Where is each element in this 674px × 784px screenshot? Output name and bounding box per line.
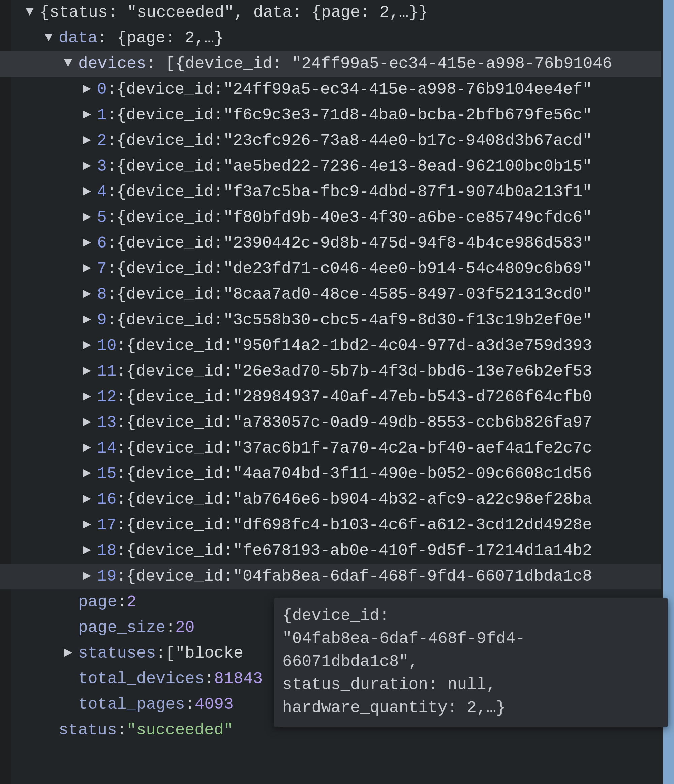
tree-row-device-item[interactable]: ▶12: {device_id: "28984937-40af-47eb-b54…	[0, 384, 660, 410]
array-index: 9	[97, 308, 107, 333]
device-item-summary: {device_id:	[126, 564, 233, 590]
device-id-value: "f3a7c5ba-fbc9-4dbd-87f1-9074b0a213f1"	[223, 179, 592, 205]
array-index: 15	[97, 461, 116, 487]
device-id-value: "04fab8ea-6daf-468f-9fd4-66071dbda1c8	[233, 564, 592, 590]
key-data: data	[59, 26, 97, 51]
chevron-right-icon[interactable]: ▶	[80, 129, 94, 151]
array-index: 4	[97, 179, 107, 205]
chevron-right-icon[interactable]: ▶	[80, 411, 94, 432]
device-id-value: "8caa7ad0-48ce-4585-8497-03f521313cd0"	[223, 282, 592, 308]
chevron-down-icon[interactable]: ▼	[23, 2, 36, 23]
device-item-summary: {device_id:	[126, 487, 233, 513]
value-page: 2	[127, 590, 137, 615]
chevron-right-icon[interactable]: ▶	[80, 334, 94, 356]
device-id-value: "3c558b30-cbc5-4af9-8d30-f13c19b2ef0e"	[223, 308, 592, 333]
chevron-right-icon[interactable]: ▶	[80, 360, 94, 381]
array-index: 11	[97, 359, 116, 384]
tree-row-device-item[interactable]: ▶14: {device_id: "37ac6b1f-7a70-4c2a-bf4…	[0, 436, 660, 461]
tooltip-line: {device_id:	[283, 604, 659, 627]
chevron-down-icon[interactable]: ▼	[42, 27, 55, 48]
device-item-summary: {device_id:	[116, 103, 224, 128]
tree-row-device-item[interactable]: ▶5: {device_id: "f80bfd9b-40e3-4f30-a6be…	[0, 205, 660, 231]
device-id-value: "a783057c-0ad9-49db-8553-ccb6b826fa97	[233, 410, 592, 436]
tree-row-device-item[interactable]: ▶15: {device_id: "4aa704bd-3f11-490e-b05…	[0, 461, 660, 487]
array-index: 2	[97, 128, 107, 154]
value-status: "succeeded"	[127, 717, 233, 743]
tree-row-root[interactable]: ▼ {status: "succeeded", data: {page: 2,……	[0, 0, 660, 26]
array-index: 5	[97, 205, 107, 231]
chevron-right-icon[interactable]: ▶	[80, 155, 94, 176]
chevron-right-icon[interactable]: ▶	[80, 463, 94, 484]
key-devices: devices	[78, 51, 146, 77]
device-item-summary: {device_id:	[116, 128, 224, 154]
device-id-value: "26e3ad70-5b7b-4f3d-bbd6-13e7e6b2ef53	[233, 359, 592, 384]
tree-row-device-item[interactable]: ▶2: {device_id: "23cfc926-73a8-44e0-b17c…	[0, 128, 660, 154]
device-id-value: "37ac6b1f-7a70-4c2a-bf40-aef4a1fe2c7c	[233, 436, 592, 461]
device-id-value: "ae5bed22-7236-4e13-8ead-962100bc0b15"	[223, 154, 592, 179]
tree-row-device-item[interactable]: ▶19: {device_id: "04fab8ea-6daf-468f-9fd…	[0, 564, 660, 590]
tree-row-device-item[interactable]: ▶1: {device_id: "f6c9c3e3-71d8-4ba0-bcba…	[0, 103, 660, 128]
chevron-right-icon[interactable]: ▶	[80, 232, 94, 253]
device-id-value: "28984937-40af-47eb-b543-d7266f64cfb0	[233, 384, 592, 410]
tree-row-device-item[interactable]: ▶4: {device_id: "f3a7c5ba-fbc9-4dbd-87f1…	[0, 179, 660, 205]
chevron-right-icon[interactable]: ▶	[80, 206, 94, 228]
device-id-value: "950f14a2-1bd2-4c04-977d-a3d3e759d393	[233, 333, 592, 359]
chevron-right-icon[interactable]: ▶	[80, 437, 94, 458]
chevron-right-icon[interactable]: ▶	[80, 386, 94, 407]
key-total-pages: total_pages	[78, 692, 185, 717]
tree-row-device-item[interactable]: ▶10: {device_id: "950f14a2-1bd2-4c04-977…	[0, 333, 660, 359]
device-item-summary: {device_id:	[116, 205, 224, 231]
tree-row-device-item[interactable]: ▶18: {device_id: "fe678193-ab0e-410f-9d5…	[0, 538, 660, 564]
value-statuses: ["blocke	[165, 641, 243, 666]
array-index: 0	[97, 77, 107, 103]
tooltip-line: "04fab8ea-6daf-468f-9fd4-66071dbda1c8",	[283, 627, 659, 673]
device-item-summary: {device_id:	[116, 77, 224, 103]
array-index: 10	[97, 333, 116, 359]
chevron-right-icon[interactable]: ▶	[61, 642, 75, 663]
tree-row-device-item[interactable]: ▶16: {device_id: "ab7646e6-b904-4b32-afc…	[0, 487, 660, 513]
device-item-summary: {device_id:	[126, 436, 233, 461]
data-summary: : {page: 2,…}	[97, 26, 224, 51]
chevron-right-icon[interactable]: ▶	[80, 488, 94, 510]
device-id-value: "de23fd71-c046-4ee0-b914-54c4809c6b69"	[223, 256, 592, 282]
tree-row-device-item[interactable]: ▶9: {device_id: "3c558b30-cbc5-4af9-8d30…	[0, 308, 660, 333]
tree-row-device-item[interactable]: ▶11: {device_id: "26e3ad70-5b7b-4f3d-bbd…	[0, 359, 660, 384]
device-item-summary: {device_id:	[116, 154, 224, 179]
chevron-right-icon[interactable]: ▶	[80, 258, 94, 279]
device-id-value: "2390442c-9d8b-475d-94f8-4b4ce986d583"	[223, 231, 592, 256]
device-id-value: "24ff99a5-ec34-415e-a998-76b9104ee4ef"	[223, 77, 592, 103]
device-item-summary: {device_id:	[116, 179, 224, 205]
device-item-summary: {device_id:	[116, 231, 224, 256]
tree-row-device-item[interactable]: ▶7: {device_id: "de23fd71-c046-4ee0-b914…	[0, 256, 660, 282]
chevron-right-icon[interactable]: ▶	[80, 565, 94, 586]
chevron-right-icon[interactable]: ▶	[80, 514, 94, 535]
tree-row-device-item[interactable]: ▶3: {device_id: "ae5bed22-7236-4e13-8ead…	[0, 154, 660, 179]
device-item-summary: {device_id:	[126, 513, 233, 538]
device-item-summary: {device_id:	[116, 308, 224, 333]
tree-row-data[interactable]: ▼ data : {page: 2,…}	[0, 26, 660, 51]
key-page-size: page_size	[78, 615, 165, 641]
tree-row-device-item[interactable]: ▶17: {device_id: "df698fc4-b103-4c6f-a61…	[0, 513, 660, 538]
device-item-summary: {device_id:	[126, 384, 233, 410]
device-item-summary: {device_id:	[116, 282, 224, 308]
array-index: 12	[97, 384, 116, 410]
root-summary: {status: "succeeded", data: {page: 2,…}}	[40, 0, 428, 26]
device-id-value: "f6c9c3e3-71d8-4ba0-bcba-2bfb679fe56c"	[223, 103, 592, 128]
tree-row-devices[interactable]: ▼ devices : [{device_id: "24ff99a5-ec34-…	[0, 51, 660, 77]
tree-row-device-item[interactable]: ▶8: {device_id: "8caa7ad0-48ce-4585-8497…	[0, 282, 660, 308]
device-item-summary: {device_id:	[126, 333, 233, 359]
chevron-right-icon[interactable]: ▶	[80, 78, 94, 100]
tree-row-device-item[interactable]: ▶6: {device_id: "2390442c-9d8b-475d-94f8…	[0, 231, 660, 256]
tree-row-device-item[interactable]: ▶0: {device_id: "24ff99a5-ec34-415e-a998…	[0, 77, 660, 103]
chevron-right-icon[interactable]: ▶	[80, 540, 94, 561]
chevron-down-icon[interactable]: ▼	[61, 53, 75, 74]
array-index: 16	[97, 487, 116, 513]
array-index: 18	[97, 538, 116, 564]
array-index: 1	[97, 103, 107, 128]
chevron-right-icon[interactable]: ▶	[80, 283, 94, 305]
tree-row-device-item[interactable]: ▶13: {device_id: "a783057c-0ad9-49db-855…	[0, 410, 660, 436]
device-item-summary: {device_id:	[116, 256, 224, 282]
chevron-right-icon[interactable]: ▶	[80, 309, 94, 330]
chevron-right-icon[interactable]: ▶	[80, 104, 94, 125]
chevron-right-icon[interactable]: ▶	[80, 181, 94, 202]
